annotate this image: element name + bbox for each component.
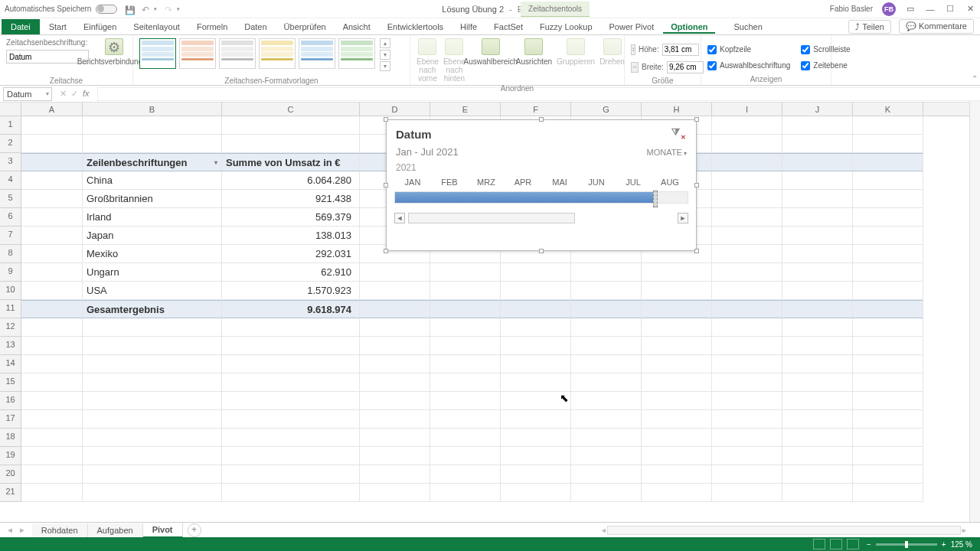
row-header[interactable]: 17	[0, 410, 21, 429]
tab-insert[interactable]: Einfügen	[76, 19, 124, 34]
timeline-slicer[interactable]: Datum Jan - Jul 2021 MONATE 2021 JANFEBM…	[386, 119, 697, 251]
month-label[interactable]: JUL	[615, 174, 652, 190]
share-button[interactable]: ⤴ Teilen	[848, 20, 891, 34]
scroll-thumb[interactable]	[408, 213, 575, 223]
col-header[interactable]: B	[83, 103, 222, 116]
row-header[interactable]: 14	[0, 355, 21, 373]
undo-icon[interactable]	[142, 5, 151, 14]
tab-start[interactable]: Start	[41, 19, 74, 34]
scroll-right-icon[interactable]: ►	[678, 213, 688, 223]
avatar[interactable]: FB	[882, 2, 896, 16]
select-all-corner[interactable]	[0, 103, 21, 116]
toggle-switch[interactable]	[96, 5, 117, 14]
tab-layout[interactable]: Seitenlayout	[126, 19, 188, 34]
cb-timelevel[interactable]	[801, 61, 810, 70]
view-layout-icon[interactable]	[830, 539, 842, 549]
timeline-track[interactable]	[394, 191, 688, 204]
maximize-icon[interactable]: ☐	[945, 4, 956, 15]
view-normal-icon[interactable]	[813, 539, 825, 549]
view-pagebreak-icon[interactable]	[847, 539, 859, 549]
cb-selection-label[interactable]	[707, 61, 717, 70]
row-header[interactable]: 15	[0, 373, 21, 392]
worksheet-grid[interactable]: A B C D E F G H I J K 123456789101112131…	[0, 103, 980, 522]
row-header[interactable]: 21	[0, 484, 21, 502]
tab-powerpivot[interactable]: Power Pivot	[602, 19, 662, 34]
time-level-dropdown[interactable]: MONATE	[647, 148, 687, 157]
selection-pane-button[interactable]: Auswahlbereich	[470, 38, 511, 66]
col-header[interactable]: D	[360, 103, 430, 116]
tab-fuzzy[interactable]: Fuzzy Lookup	[532, 19, 599, 34]
collapse-ribbon-icon[interactable]: ⌃	[972, 74, 978, 83]
save-icon[interactable]	[125, 5, 134, 14]
col-header[interactable]: G	[571, 103, 642, 116]
row-header[interactable]: 3	[0, 153, 21, 171]
row-header[interactable]: 5	[0, 190, 21, 208]
tab-factset[interactable]: FactSet	[486, 19, 531, 34]
col-header[interactable]: J	[782, 103, 853, 116]
sheet-tab[interactable]: Aufgaben	[88, 523, 143, 537]
sheet-tab[interactable]: Pivot	[143, 523, 183, 538]
ribbon-display-icon[interactable]: ▭	[905, 4, 916, 15]
row-header[interactable]: 6	[0, 208, 21, 227]
height-input[interactable]	[662, 44, 699, 56]
tab-developer[interactable]: Entwicklertools	[380, 19, 451, 34]
month-label[interactable]: FEB	[431, 174, 468, 190]
row-header[interactable]: 11	[0, 300, 21, 318]
col-header[interactable]: H	[642, 103, 712, 116]
comments-button[interactable]: 💬 Kommentare	[899, 19, 974, 34]
undo-drop-icon[interactable]: ▾	[154, 6, 157, 12]
row-header[interactable]: 7	[0, 227, 21, 245]
row-header[interactable]: 10	[0, 282, 21, 300]
row-header[interactable]: 19	[0, 447, 21, 465]
row-header[interactable]: 2	[0, 135, 21, 153]
month-label[interactable]: MAI	[541, 174, 578, 190]
row-header[interactable]: 8	[0, 245, 21, 263]
row-header[interactable]: 12	[0, 318, 21, 337]
zoom-out-icon[interactable]: −	[867, 540, 871, 549]
row-header[interactable]: 1	[0, 116, 21, 135]
month-label[interactable]: AUG	[652, 174, 688, 190]
row-header[interactable]: 18	[0, 429, 21, 447]
month-label[interactable]: JAN	[394, 174, 431, 190]
row-header[interactable]: 16	[0, 392, 21, 410]
tab-data[interactable]: Daten	[237, 19, 274, 34]
vertical-scrollbar[interactable]	[969, 101, 980, 522]
timeline-selection[interactable]	[395, 192, 655, 203]
col-header[interactable]: A	[21, 103, 83, 116]
minimize-icon[interactable]: —	[925, 4, 936, 15]
clear-filter-icon[interactable]	[671, 126, 687, 142]
month-label[interactable]: MRZ	[468, 174, 505, 190]
scroll-left-icon[interactable]: ◄	[394, 213, 405, 223]
zoom-level[interactable]: 125 %	[951, 540, 972, 549]
zoom-slider[interactable]	[876, 543, 937, 546]
month-label[interactable]: JUN	[578, 174, 615, 190]
sheet-tab[interactable]: Rohdaten	[32, 523, 88, 537]
col-header[interactable]: E	[430, 103, 501, 116]
cb-scrollbar[interactable]	[801, 45, 810, 54]
name-box[interactable]: Datum	[3, 87, 52, 101]
row-header[interactable]: 13	[0, 337, 21, 355]
col-header[interactable]: I	[712, 103, 782, 116]
width-input[interactable]	[667, 61, 704, 73]
tab-formulas[interactable]: Formeln	[189, 19, 235, 34]
sheet-nav-prev-icon[interactable]: ◄	[6, 526, 14, 534]
tab-review[interactable]: Überprüfen	[276, 19, 334, 34]
row-header[interactable]: 9	[0, 263, 21, 282]
qat-customize-icon[interactable]: ▾	[177, 6, 180, 12]
user-name[interactable]: Fabio Basler	[830, 5, 873, 13]
col-header[interactable]: F	[501, 103, 571, 116]
tab-view[interactable]: Ansicht	[335, 19, 378, 34]
tab-help[interactable]: Hilfe	[452, 19, 485, 34]
col-header[interactable]: K	[853, 103, 923, 116]
close-icon[interactable]: ✕	[965, 4, 975, 15]
redo-icon[interactable]	[165, 5, 174, 14]
row-header[interactable]: 20	[0, 465, 21, 484]
col-header[interactable]: C	[222, 103, 360, 116]
row-header[interactable]: 4	[0, 171, 21, 190]
horizontal-scrollbar[interactable]: ◄►	[600, 525, 968, 536]
fx-icon[interactable]: fx	[83, 89, 90, 99]
tab-options[interactable]: Optionen	[663, 19, 715, 34]
zoom-in-icon[interactable]: +	[942, 540, 946, 549]
cb-header[interactable]	[707, 45, 717, 54]
tab-file[interactable]: Datei	[2, 19, 40, 34]
